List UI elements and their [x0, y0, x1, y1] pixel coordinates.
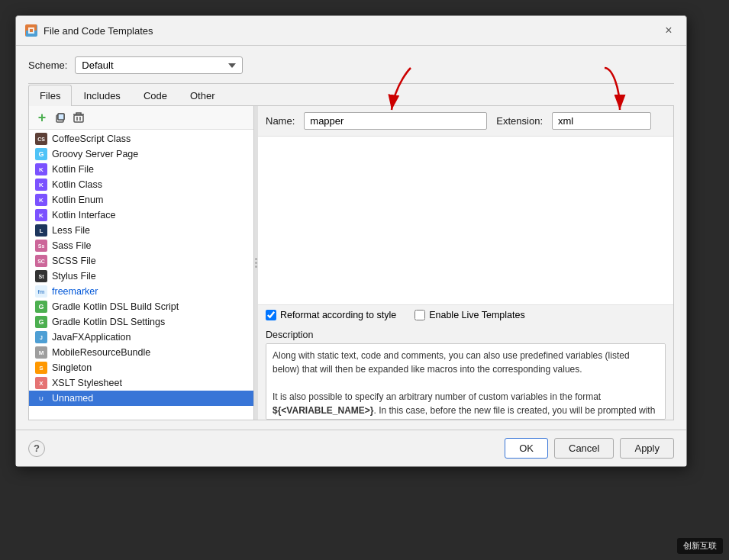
dialog-title: File and Code Templates — [44, 25, 153, 37]
item-label: freemarker — [52, 286, 98, 297]
live-templates-checkbox-label[interactable]: Enable Live Templates — [414, 310, 525, 320]
scheme-select[interactable]: Default Project — [75, 56, 243, 74]
file-type-icon: SC — [35, 255, 47, 267]
tab-code[interactable]: Code — [132, 85, 179, 106]
right-panel: Name: Extension: Reformat according to s… — [258, 106, 673, 420]
name-input[interactable] — [304, 112, 487, 130]
left-panel: + — [29, 106, 254, 420]
cancel-button[interactable]: Cancel — [554, 438, 614, 459]
scheme-label: Scheme: — [28, 60, 67, 71]
item-label: JavaFXApplication — [52, 332, 131, 343]
live-templates-label: Enable Live Templates — [429, 310, 525, 320]
delete-template-button[interactable] — [70, 109, 87, 126]
list-item[interactable]: K Kotlin Enum — [29, 192, 253, 208]
list-item[interactable]: L Less File — [29, 223, 253, 238]
list-toolbar: + — [29, 106, 253, 130]
add-template-button[interactable]: + — [34, 109, 50, 126]
list-item[interactable]: G Gradle Kotlin DSL Settings — [29, 314, 253, 330]
options-row: Reformat according to style Enable Live … — [258, 304, 673, 325]
svg-rect-3 — [30, 29, 33, 32]
file-type-icon: Ss — [35, 240, 47, 252]
scheme-row: Scheme: Default Project — [28, 56, 674, 74]
dialog-body: Scheme: Default Project Files Includes C… — [16, 46, 686, 430]
reformat-checkbox[interactable] — [266, 310, 276, 320]
watermark: 创新互联 — [677, 538, 723, 554]
item-label: SCSS File — [52, 256, 96, 266]
splitter-handle — [255, 258, 257, 268]
help-button[interactable]: ? — [28, 440, 45, 457]
list-item[interactable]: SC SCSS File — [29, 253, 253, 269]
file-code-templates-dialog: File and Code Templates × Scheme: Defaul… — [15, 15, 687, 467]
template-editor[interactable] — [258, 137, 673, 304]
list-item[interactable]: S Singleton — [29, 360, 253, 375]
reformat-label: Reformat according to style — [280, 310, 396, 320]
title-bar: File and Code Templates × — [16, 16, 686, 46]
list-item[interactable]: CS CoffeeScript Class — [29, 131, 253, 146]
file-type-icon: G — [35, 301, 47, 313]
description-box: Along with static text, code and comment… — [266, 343, 666, 420]
main-split-area: + — [28, 106, 674, 420]
item-label: Singleton — [52, 362, 92, 373]
dialog-icon — [25, 24, 37, 37]
tab-other[interactable]: Other — [179, 85, 227, 106]
list-item[interactable]: G Groovy Server Page — [29, 146, 253, 162]
description-section: Description Along with static text, code… — [258, 325, 673, 420]
list-item[interactable]: G Gradle Kotlin DSL Build Script — [29, 299, 253, 314]
item-label: Kotlin File — [52, 164, 94, 175]
file-list: CS CoffeeScript Class G Groovy Server Pa… — [29, 130, 253, 420]
footer-buttons: OK Cancel Apply — [505, 438, 674, 459]
item-label: XSLT Stylesheet — [52, 378, 122, 388]
close-button[interactable]: × — [660, 22, 677, 39]
item-label: Kotlin Interface — [52, 210, 115, 220]
file-type-icon: CS — [35, 133, 47, 145]
file-type-icon: St — [35, 270, 47, 282]
list-item-unnamed[interactable]: U Unnamed — [29, 391, 253, 406]
tabs-container: Files Includes Code Other — [28, 84, 674, 106]
file-type-icon: G — [35, 148, 47, 160]
list-item[interactable]: Ss Sass File — [29, 238, 253, 253]
file-type-icon: X — [35, 377, 47, 389]
list-item[interactable]: K Kotlin File — [29, 162, 253, 177]
file-type-icon: fm — [35, 285, 47, 298]
svg-rect-7 — [74, 115, 83, 122]
apply-button[interactable]: Apply — [620, 438, 674, 459]
item-label: Gradle Kotlin DSL Settings — [52, 317, 165, 327]
file-type-icon: U — [35, 392, 47, 404]
list-item[interactable]: K Kotlin Interface — [29, 208, 253, 223]
svg-rect-6 — [58, 114, 64, 120]
item-label: Gradle Kotlin DSL Build Script — [52, 301, 179, 312]
dialog-footer: ? OK Cancel Apply — [16, 430, 686, 466]
footer-left: ? — [28, 440, 45, 457]
list-item[interactable]: St Stylus File — [29, 269, 253, 284]
list-item[interactable]: M MobileResourceBundle — [29, 345, 253, 360]
file-type-icon: K — [35, 194, 47, 206]
tab-files[interactable]: Files — [28, 85, 72, 106]
file-type-icon: M — [35, 346, 47, 359]
file-type-icon: G — [35, 316, 47, 328]
item-label: Kotlin Class — [52, 179, 102, 190]
file-type-icon: K — [35, 163, 47, 175]
list-item[interactable]: K Kotlin Class — [29, 177, 253, 192]
name-label: Name: — [266, 115, 295, 127]
copy-template-button[interactable] — [52, 109, 69, 126]
list-item[interactable]: J JavaFXApplication — [29, 330, 253, 345]
item-label: Sass File — [52, 240, 91, 251]
item-label: Groovy Server Page — [52, 149, 138, 159]
watermark-text: 创新互联 — [683, 540, 717, 552]
item-label: Less File — [52, 225, 90, 236]
file-type-icon: L — [35, 224, 47, 237]
extension-label: Extension: — [496, 115, 543, 127]
extension-input[interactable] — [552, 112, 651, 130]
ok-button[interactable]: OK — [505, 438, 548, 459]
live-templates-checkbox[interactable] — [414, 310, 425, 320]
description-label: Description — [266, 330, 666, 340]
item-label: Unnamed — [52, 393, 93, 404]
file-type-icon: S — [35, 362, 47, 374]
tab-includes[interactable]: Includes — [72, 85, 131, 106]
file-type-icon: K — [35, 179, 47, 191]
list-item[interactable]: X XSLT Stylesheet — [29, 375, 253, 391]
item-label: Stylus File — [52, 271, 96, 282]
reformat-checkbox-label[interactable]: Reformat according to style — [266, 310, 396, 320]
list-item-freemarker[interactable]: fm freemarker — [29, 284, 253, 299]
item-label: Kotlin Enum — [52, 195, 103, 205]
